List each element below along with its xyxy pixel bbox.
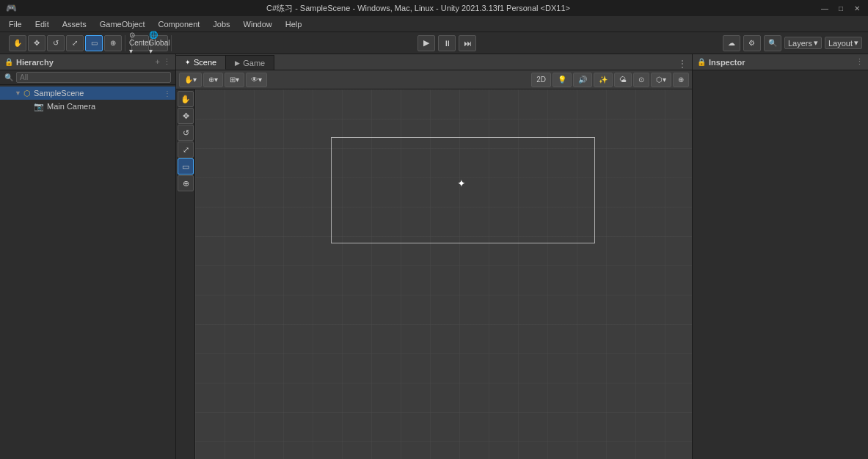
toolbar-scale-tool[interactable]: ⤢ xyxy=(66,35,84,51)
main-layout: 🔒 Hierarchy + ⋮ 🔍 ▼ ⬡ SampleScene ⋮ ▶ xyxy=(0,54,868,459)
toolbar-rotate-tool[interactable]: ↺ xyxy=(47,35,65,51)
inspector-title: Inspector xyxy=(709,58,745,67)
toolbar-collab-btn[interactable]: ☁ xyxy=(723,35,740,51)
hierarchy-panel: 🔒 Hierarchy + ⋮ 🔍 ▼ ⬡ SampleScene ⋮ ▶ xyxy=(0,54,176,459)
toolbar-search-btn[interactable]: 🔍 xyxy=(764,35,781,51)
scene-vis-btn[interactable]: 👁▾ xyxy=(246,73,267,87)
scene-tab-icon: ✦ xyxy=(185,59,191,66)
layers-arrow-icon: ▾ xyxy=(814,38,818,48)
scene-grid-btn[interactable]: ⊞▾ xyxy=(225,73,244,87)
hierarchy-content: ▼ ⬡ SampleScene ⋮ ▶ 📷 Main Camera xyxy=(0,85,175,459)
scene-arrow-icon: ▼ xyxy=(15,89,23,97)
toolbar-global-btn[interactable]: 🌐 Global ▾ xyxy=(150,35,168,51)
menu-component[interactable]: Component xyxy=(152,18,205,30)
toolbar-pivot-btn[interactable]: ⊙ Center ▾ xyxy=(131,35,149,51)
layout-dropdown[interactable]: Layout ▾ xyxy=(825,37,862,49)
camera-rect xyxy=(331,137,595,243)
hierarchy-panel-icons: + ⋮ xyxy=(156,57,171,67)
tool-hand[interactable]: ✋ xyxy=(178,91,194,107)
inspector-panel: 🔒 Inspector ⋮ xyxy=(692,54,868,459)
pause-button[interactable]: ⏸ xyxy=(438,35,456,51)
inspector-lock-icon: 🔒 xyxy=(697,58,706,66)
scene-sky-btn[interactable]: 🌤 xyxy=(614,73,632,87)
hierarchy-camera-item[interactable]: ▶ 📷 Main Camera xyxy=(0,100,175,113)
hierarchy-header: 🔒 Hierarchy + ⋮ xyxy=(0,54,175,70)
title-bar: 🎮 C#练习 - SampleScene - Windows, Mac, Lin… xyxy=(0,0,868,16)
camera-icon: 📷 xyxy=(34,102,44,111)
scene-toolbar: ✋▾ ⊕▾ ⊞▾ 👁▾ 2D 💡 🔊 ✨ 🌤 ⊙ ⬡▾ ⊕ xyxy=(176,70,692,89)
game-tab-label: Game xyxy=(243,59,265,67)
scene-tab-bar: ✦ Scene ▶ Game ⋮ xyxy=(176,54,692,70)
camera-arrow-icon: ▶ xyxy=(25,103,34,110)
toolbar-play-controls: ▶ ⏸ ⏭ xyxy=(417,35,476,51)
scene-tool-hand[interactable]: ✋▾ xyxy=(179,73,202,87)
scene-extra-btn[interactable]: ⊕ xyxy=(673,73,689,87)
main-toolbar: ✋ ✥ ↺ ⤢ ▭ ⊕ ⊙ Center ▾ 🌐 Global ▾ ▶ ⏸ ⏭ … xyxy=(0,32,868,54)
tab-scene[interactable]: ✦ Scene xyxy=(176,55,226,70)
unity-logo: 🎮 xyxy=(6,3,17,13)
hierarchy-scene-item[interactable]: ▼ ⬡ SampleScene ⋮ xyxy=(0,87,175,100)
menu-jobs[interactable]: Jobs xyxy=(207,18,236,30)
menu-assets[interactable]: Assets xyxy=(56,18,92,30)
close-button[interactable]: ✕ xyxy=(852,3,862,13)
scene-cursor: ✦ xyxy=(457,177,466,189)
scene-aspect-btn[interactable]: ⬡▾ xyxy=(651,73,671,87)
inspector-menu-icon[interactable]: ⋮ xyxy=(856,57,864,67)
scene-fx-btn[interactable]: ✨ xyxy=(594,73,613,87)
toolbar-transform-tool[interactable]: ⊕ xyxy=(104,35,122,51)
window-controls: — □ ✕ xyxy=(820,3,862,13)
tool-rect[interactable]: ▭ xyxy=(178,158,194,175)
layers-dropdown[interactable]: Layers ▾ xyxy=(784,37,822,49)
toolbar-hand-tool[interactable]: ✋ xyxy=(9,35,26,51)
hierarchy-menu-icon[interactable]: ⋮ xyxy=(163,57,171,67)
hierarchy-add-icon[interactable]: + xyxy=(156,57,160,67)
scene-audio-btn[interactable]: 🔊 xyxy=(573,73,592,87)
scene-2d-btn[interactable]: 2D xyxy=(531,73,551,87)
center-panel: ✦ Scene ▶ Game ⋮ ✋▾ ⊕▾ ⊞▾ 👁▾ 2D 💡 🔊 ✨ 🌤 … xyxy=(176,54,692,459)
menu-edit[interactable]: Edit xyxy=(29,18,55,30)
scene-canvas[interactable]: ✦ xyxy=(195,89,692,459)
maximize-button[interactable]: □ xyxy=(836,3,846,13)
step-button[interactable]: ⏭ xyxy=(459,35,476,51)
layout-label: Layout xyxy=(828,39,853,48)
tab-more-icon[interactable]: ⋮ xyxy=(673,58,692,70)
tool-rotate[interactable]: ↺ xyxy=(178,125,194,141)
toolbar-pivot-tools: ⊙ Center ▾ 🌐 Global ▾ xyxy=(128,35,172,51)
menu-help[interactable]: Help xyxy=(280,18,308,30)
hierarchy-title: Hierarchy xyxy=(16,58,54,67)
tool-panel: ✋ ✥ ↺ ⤢ ▭ ⊕ xyxy=(176,89,195,459)
camera-label: Main Camera xyxy=(47,102,95,111)
tool-scale[interactable]: ⤢ xyxy=(178,142,194,158)
tool-transform[interactable]: ⊕ xyxy=(178,175,194,191)
scene-light-btn[interactable]: 💡 xyxy=(552,73,572,87)
search-icon: 🔍 xyxy=(4,73,13,81)
play-button[interactable]: ▶ xyxy=(417,35,435,51)
inspector-content xyxy=(693,70,868,459)
scene-gizmos-btn[interactable]: ⊕▾ xyxy=(203,73,223,87)
menu-window[interactable]: Window xyxy=(238,18,278,30)
toolbar-rect-tool[interactable]: ▭ xyxy=(85,35,103,51)
window-title: C#练习 - SampleScene - Windows, Mac, Linux… xyxy=(17,3,820,14)
hierarchy-search-bar: 🔍 xyxy=(0,70,175,85)
scene-gizmo-vis-btn[interactable]: ⊙ xyxy=(633,73,649,87)
scene-tab-label: Scene xyxy=(194,58,216,67)
menu-gameobject[interactable]: GameObject xyxy=(94,18,151,30)
tab-game[interactable]: ▶ Game xyxy=(226,55,274,70)
toolbar-move-tool[interactable]: ✥ xyxy=(28,35,45,51)
toolbar-right-group: ☁ ⚙ 🔍 Layers ▾ Layout ▾ xyxy=(723,35,862,51)
toolbar-transform-tools: ✋ ✥ ↺ ⤢ ▭ ⊕ xyxy=(6,35,125,51)
layers-label: Layers xyxy=(788,39,812,48)
minimize-button[interactable]: — xyxy=(820,3,830,13)
menu-bar: File Edit Assets GameObject Component Jo… xyxy=(0,16,868,32)
hierarchy-search-input[interactable] xyxy=(16,72,171,83)
menu-file[interactable]: File xyxy=(3,18,28,30)
scene-file-icon: ⬡ xyxy=(23,89,31,98)
tool-move[interactable]: ✥ xyxy=(178,108,194,124)
scene-menu-icon[interactable]: ⋮ xyxy=(164,89,171,98)
inspector-panel-icons: ⋮ xyxy=(856,57,864,67)
scene-label: SampleScene xyxy=(34,89,84,98)
game-tab-icon: ▶ xyxy=(235,59,240,67)
toolbar-settings-btn[interactable]: ⚙ xyxy=(743,35,761,51)
inspector-header: 🔒 Inspector ⋮ xyxy=(693,54,868,70)
scene-area: ✋ ✥ ↺ ⤢ ▭ ⊕ ✦ xyxy=(176,89,692,459)
